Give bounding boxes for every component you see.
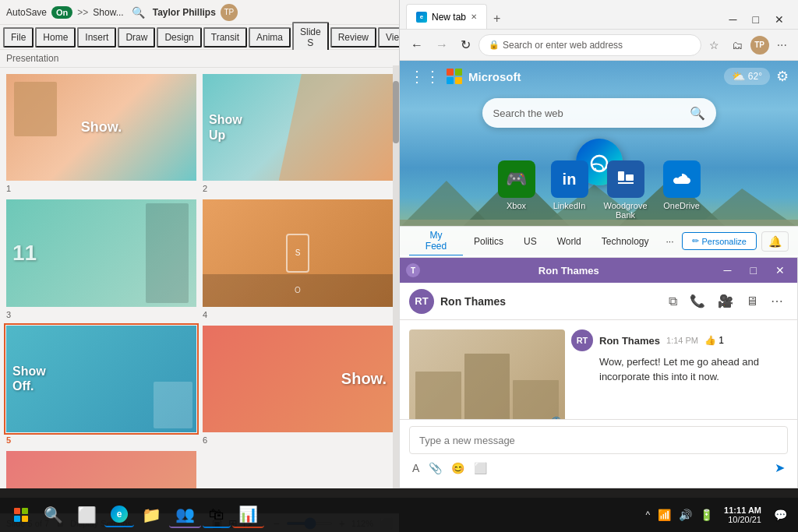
quick-link-xbox[interactable]: 🎮 Xbox (497, 160, 535, 220)
ppt-taskbar-btn[interactable]: 📊 (232, 502, 264, 528)
send-btn[interactable]: ➤ (772, 457, 788, 478)
ppt-slides-panel: Presentation Show. 1 ShowUp 2 (0, 50, 399, 488)
volume-btn[interactable]: 🔊 (676, 507, 695, 523)
tab-close-icon[interactable]: ✕ (471, 12, 477, 21)
slide-1[interactable]: Show. (6, 74, 196, 181)
copy-btn[interactable]: ⧉ (664, 291, 682, 312)
tab-us[interactable]: US (514, 233, 546, 250)
teams-minimize[interactable]: ─ (718, 264, 738, 277)
share-screen-btn[interactable]: 🖥 (741, 291, 763, 312)
slide-1-num: 1 (6, 184, 11, 193)
tab-technology[interactable]: Technology (592, 233, 659, 250)
expand-btn[interactable]: >> (77, 7, 88, 18)
store-taskbar-btn[interactable]: 🛍 (203, 502, 231, 528)
quick-link-woodgrove[interactable]: Woodgrove Bank (603, 160, 647, 220)
start-btn[interactable] (6, 505, 36, 525)
menu-slide-show[interactable]: Slide S (292, 22, 329, 53)
scroll-thumb[interactable] (393, 81, 399, 143)
slide-3-container[interactable]: 11 3 (6, 199, 196, 306)
search-box[interactable]: Search the web 🔍 (482, 98, 716, 128)
show-hidden-btn[interactable]: ^ (642, 508, 653, 522)
clock-date: 10/20/21 (724, 515, 761, 524)
search-icon[interactable]: 🔍 (690, 106, 705, 121)
battery-btn[interactable]: 🔋 (697, 507, 716, 523)
more-options-btn[interactable]: ⋯ (766, 291, 788, 312)
slide-2[interactable]: ShowUp (203, 74, 393, 181)
video-btn[interactable]: 🎥 (713, 291, 738, 312)
msg-time: 1:14 PM (666, 336, 698, 345)
forward-btn[interactable]: → (431, 35, 453, 55)
profile-avatar[interactable]: TP (750, 36, 769, 55)
new-tab-btn[interactable]: + (487, 9, 507, 29)
back-btn[interactable]: ← (406, 35, 428, 55)
personalize-btn[interactable]: ✏ Personalize (682, 232, 757, 250)
slide-6-container[interactable]: Show. 6 (203, 326, 393, 432)
slide-6[interactable]: Show. (203, 326, 393, 432)
chat-header-icons: ⧉ 📞 🎥 🖥 ⋯ (664, 291, 788, 312)
quick-link-linkedin[interactable]: in LinkedIn (550, 160, 588, 220)
slide-7[interactable] (6, 451, 196, 488)
search-icon[interactable]: 🔍 (132, 6, 145, 19)
address-bar[interactable]: 🔒 Search or enter web address (478, 34, 701, 56)
menu-design[interactable]: Design (157, 27, 201, 48)
browser-toolbar: ← → ↻ 🔒 Search or enter web address ☆ 🗂 … (400, 30, 798, 61)
attach-btn[interactable]: 📎 (425, 459, 445, 477)
slide-4[interactable]: S O (203, 199, 393, 306)
settings-more-btn[interactable]: ··· (772, 35, 792, 55)
tab-world[interactable]: World (548, 233, 591, 250)
search-taskbar-btn[interactable]: 🔍 (37, 502, 69, 527)
refresh-btn[interactable]: ↻ (456, 34, 475, 55)
teams-close[interactable]: ✕ (769, 264, 791, 277)
notifications-btn[interactable]: 🔔 (761, 231, 789, 252)
wifi-btn[interactable]: 📶 (655, 507, 674, 523)
phone-btn[interactable]: 📞 (685, 291, 710, 312)
ms-logo-red (447, 69, 454, 76)
apps-grid-icon[interactable]: ⋮⋮ (409, 67, 440, 86)
autosave-toggle[interactable]: On (51, 6, 72, 19)
tab-myfeed[interactable]: My Feed (409, 227, 463, 256)
menu-anima[interactable]: Anima (249, 27, 291, 48)
page-settings-btn[interactable]: ⚙ (776, 68, 789, 85)
collections-btn[interactable]: 🗂 (727, 36, 747, 55)
clock[interactable]: 11:11 AM 10/20/21 (718, 504, 768, 526)
slides-grid: Show. 1 ShowUp 2 11 3 (0, 68, 399, 488)
slide-5[interactable]: ShowOff. (6, 326, 196, 432)
notification-center-btn[interactable]: 💬 (769, 507, 792, 523)
menu-transit[interactable]: Transit (203, 27, 247, 48)
win-logo-blue (14, 516, 20, 522)
weather-widget[interactable]: ⛅ 62° (724, 68, 770, 85)
edge-taskbar-btn[interactable]: e (104, 502, 134, 527)
explorer-taskbar-btn[interactable]: 📁 (136, 502, 168, 527)
slide-3[interactable]: 11 (6, 199, 196, 306)
weather-temp: 62° (748, 71, 762, 82)
browser-close[interactable]: ✕ (767, 13, 792, 26)
slide-4-container[interactable]: S O 4 (203, 199, 393, 306)
menu-draw[interactable]: Draw (118, 27, 155, 48)
emoji-btn[interactable]: 😊 (448, 459, 468, 477)
browser-minimize[interactable]: ─ (722, 13, 745, 26)
slide-2-container[interactable]: ShowUp 2 (203, 74, 393, 181)
format-btn[interactable]: A (409, 459, 422, 477)
compose-input[interactable] (409, 426, 788, 454)
tab-politics[interactable]: Politics (464, 233, 513, 250)
menu-review[interactable]: Review (330, 27, 376, 48)
tab-more[interactable]: ··· (660, 233, 680, 250)
slide-1-container[interactable]: Show. 1 (6, 74, 196, 181)
browser-maximize[interactable]: □ (745, 13, 767, 26)
user-avatar[interactable]: TP (221, 4, 238, 21)
scroll-track[interactable] (393, 65, 399, 488)
browser-tab-new[interactable]: e New tab ✕ (406, 4, 487, 29)
teams-taskbar-btn[interactable]: 👥 (169, 502, 201, 528)
menu-home[interactable]: Home (35, 27, 76, 48)
slide-5-container[interactable]: ShowOff. 5 (6, 326, 196, 432)
menu-insert[interactable]: Insert (77, 27, 116, 48)
task-view-btn[interactable]: ⬜ (71, 502, 103, 527)
favorites-btn[interactable]: ☆ (704, 36, 724, 55)
sticker-btn[interactable]: ⬜ (471, 459, 490, 477)
systray: ^ 📶 🔊 🔋 11:11 AM 10/20/21 💬 (642, 504, 792, 526)
teams-restore[interactable]: □ (744, 264, 763, 277)
slide-7-container[interactable] (6, 451, 196, 488)
menu-file[interactable]: File (3, 27, 34, 48)
quick-link-onedrive[interactable]: OneDrive (663, 160, 701, 220)
linkedin-icon: in (550, 160, 588, 198)
